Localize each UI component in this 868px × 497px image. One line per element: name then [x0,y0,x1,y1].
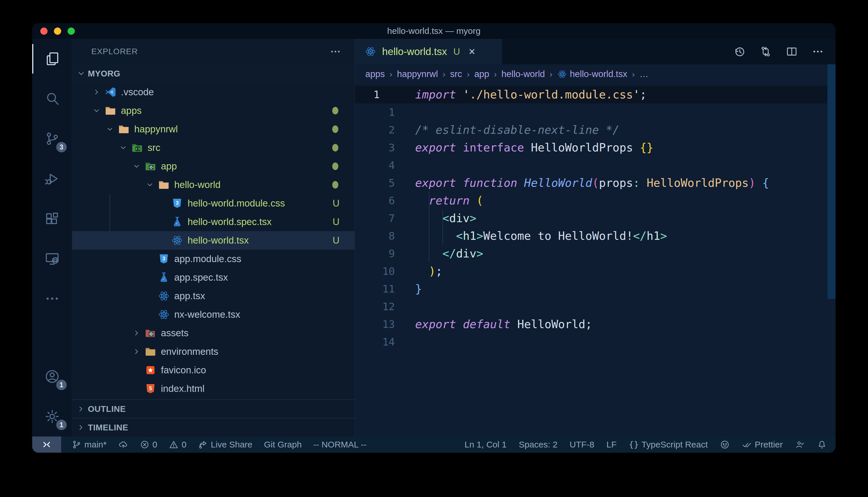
code-line: 5export function HelloWorld(props: Hello… [355,174,836,192]
breadcrumb-item-apps[interactable]: apps [365,69,385,79]
line-number: 4 [355,156,415,174]
more-actions-icon[interactable] [812,45,824,58]
split-editor-icon[interactable] [786,45,798,58]
chevron-right-icon [133,329,144,337]
line-number: 6 [355,192,415,209]
tree-item-nx-welcome.tsx[interactable]: nx-welcome.tsx [72,305,355,324]
chevron-down-icon [133,162,144,171]
status-item-cursor-position[interactable]: Ln 1, Col 1 [465,440,507,450]
status-item-sync[interactable] [118,440,128,450]
status-item-encoding[interactable]: UTF-8 [570,440,594,450]
indent-guide [442,209,443,245]
close-tab-icon[interactable]: × [469,46,475,57]
tree-item-index.html[interactable]: 5index.html [72,380,355,398]
breadcrumb-item-happynrwl[interactable]: happynrwl [397,69,438,79]
views-and-more-actions-icon[interactable] [330,46,341,57]
feedback-icon [795,440,805,450]
activity-item-accounts[interactable]: 1 [32,356,72,397]
chevron-down-icon [93,106,104,115]
remote-indicator[interactable] [32,437,61,453]
code-line-text [415,156,836,174]
code-line-text: ); [415,262,836,280]
tree-item-assets[interactable]: assets [72,324,355,342]
breadcrumb-item-hello-world[interactable]: hello-world [501,69,545,79]
tree-item-hello-world.spec.tsx[interactable]: hello-world.spec.tsxU [72,213,355,231]
activity-item-source-control[interactable]: 3 [32,119,72,159]
status-item-git-branch[interactable]: main* [72,440,107,450]
status-item-feedback[interactable] [795,440,805,450]
code-line-text: <div> [415,209,836,227]
tree-indent-spacer [146,255,157,263]
code-line: 13export default HelloWorld; [355,315,836,333]
chevron-right-icon [77,423,85,431]
folder-src-icon [131,142,143,154]
tree-item-label: happynrwl [134,124,178,135]
tree-item-apps[interactable]: apps [72,101,355,120]
tree-item-favicon.ico[interactable]: favicon.ico [72,361,355,380]
tree-item-.vscode[interactable]: .vscode [72,83,355,101]
code-editor[interactable]: 1import './hello-world.module.css';12/* … [355,84,836,437]
tree-item-app.tsx[interactable]: app.tsx [72,287,355,305]
tree-item-hello-world[interactable]: hello-world [72,175,355,194]
activity-item-extensions[interactable] [32,199,72,239]
status-item-warnings[interactable]: 0 [169,440,187,450]
status-item-indentation[interactable]: Spaces: 2 [519,440,557,450]
activity-item-explorer[interactable] [32,39,72,79]
git-untracked-badge: U [332,216,340,227]
timeline-panel-title: TIMELINE [88,423,128,432]
outline-panel-header[interactable]: OUTLINE [72,399,355,418]
workspace-name: MYORG [88,69,120,79]
timeline-panel-header[interactable]: TIMELINE [72,418,355,437]
status-item-git-graph[interactable]: Git Graph [264,440,302,450]
activity-item-search[interactable] [32,79,72,119]
tree-item-label: .vscode [121,87,154,98]
status-left: main*00Live ShareGit Graph-- NORMAL -- [61,437,377,453]
status-item-language-mode[interactable]: {}TypeScript React [629,440,708,450]
workspace-section-header[interactable]: MYORG [72,64,355,83]
tree-item-app.spec.tsx[interactable]: app.spec.tsx [72,268,355,287]
activity-item-run-debug[interactable] [32,159,72,199]
status-item-prettier[interactable]: Prettier [742,440,783,450]
status-item-label: 0 [181,440,187,450]
tree-item-app.module.css[interactable]: 3app.module.css [72,250,355,268]
code-line: 11} [355,280,836,298]
breadcrumb-item-…[interactable]: … [639,69,649,79]
tree-item-label: favicon.ico [161,365,206,375]
code-line-text: <h1>Welcome to HelloWorld!</h1> [415,227,836,245]
breadcrumb-item-hello-world.tsx[interactable]: hello-world.tsx [557,69,628,79]
status-item-label: Ln 1, Col 1 [465,440,507,450]
status-item-notifications[interactable] [817,440,827,450]
timeline-history-icon[interactable] [733,45,746,58]
tree-item-app[interactable]: app [72,157,355,175]
tree-item-environments[interactable]: environments [72,342,355,361]
status-item-live-share[interactable]: Live Share [198,440,252,450]
activity-item-settings[interactable]: 1 [32,397,72,437]
code-line-text [415,333,836,351]
tree-item-hello-world.tsx[interactable]: hello-world.tsxU [72,231,355,250]
tree-item-label: nx-welcome.tsx [174,309,240,320]
status-item-vim-mode[interactable]: -- NORMAL -- [313,440,367,450]
editor-scrollbar[interactable] [827,64,836,299]
breadcrumb-item-app[interactable]: app [474,69,490,79]
activity-bar: 311 [32,39,72,437]
tree-item-src[interactable]: src [72,139,355,157]
tab-modified-badge: U [453,46,460,57]
status-item-github[interactable] [720,440,730,450]
breadcrumb-item-src[interactable]: src [450,69,462,79]
tree-indent-spacer [133,366,144,374]
breadcrumb-separator: › [550,69,553,79]
tab-hello-world-tsx[interactable]: hello-world.tsx U × [355,39,502,64]
activity-item-remote-explorer[interactable] [32,239,72,279]
tree-item-happynrwl[interactable]: happynrwl [72,120,355,139]
open-changes-icon[interactable] [760,45,772,58]
tree-item-hello-world.module.css[interactable]: 3hello-world.module.cssU [72,194,355,213]
status-item-eol[interactable]: LF [606,440,617,450]
activity-item-more[interactable] [32,279,72,318]
tree-item-label: app.tsx [174,290,205,301]
folder-app-icon [144,160,157,172]
status-item-label: LF [606,440,617,450]
status-item-label: Prettier [755,440,783,450]
search-icon [44,91,60,106]
code-line: 4 [355,156,836,174]
status-item-errors[interactable]: 0 [140,440,157,450]
